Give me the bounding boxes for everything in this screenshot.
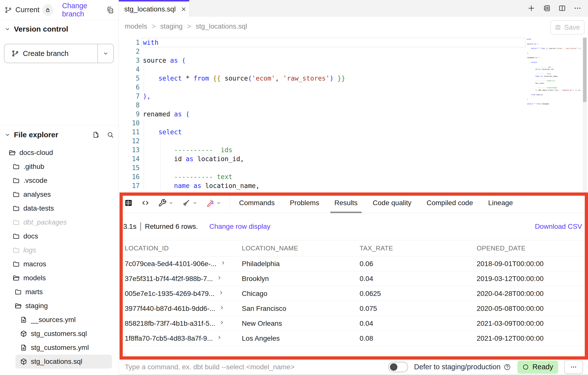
file-tree-item-dbt-packages[interactable]: dbt_packages xyxy=(0,215,119,229)
panel-tab-results[interactable]: Results xyxy=(334,193,357,213)
create-branch-dropdown[interactable] xyxy=(98,44,113,63)
table-row[interactable]: 37e5f311-b7f4-4f2f-988b-7...Brooklyn0.04… xyxy=(119,271,588,286)
cell-location-name: Philadelphia xyxy=(240,260,358,268)
status-more-button[interactable] xyxy=(564,360,583,374)
build-menu-button[interactable] xyxy=(158,199,173,207)
cell-location-name: San Francisco xyxy=(240,305,358,313)
breadcrumb-staging[interactable]: staging xyxy=(160,22,183,30)
file-tree-item-docs-cloud[interactable]: docs-cloud xyxy=(0,146,119,160)
table-row[interactable]: 1f8ffa70-7cb5-4d83-8a7f-9...Los Angeles0… xyxy=(119,331,588,346)
panel-tab-lineage[interactable]: Lineage xyxy=(488,193,513,213)
copy-icon[interactable] xyxy=(106,6,114,14)
folder-icon xyxy=(12,246,20,254)
code-line[interactable] xyxy=(143,163,345,172)
code-line[interactable]: renamed as ( xyxy=(143,110,345,119)
ai-assist-menu-button[interactable] xyxy=(206,199,221,207)
panel-tab-commands[interactable]: Commands xyxy=(239,193,275,213)
code-line[interactable]: select xyxy=(143,128,345,137)
expand-cell-icon[interactable] xyxy=(217,335,222,340)
code-line[interactable]: with xyxy=(143,38,345,47)
new-tab-icon[interactable] xyxy=(527,4,535,12)
create-branch-button[interactable]: Create branch xyxy=(4,44,114,63)
change-row-display-link[interactable]: Change row display xyxy=(209,223,270,231)
code-line[interactable]: name as location_name, xyxy=(143,181,345,190)
file-tree-item-staging[interactable]: staging xyxy=(0,299,119,313)
search-icon[interactable] xyxy=(107,131,114,139)
panel-tab-compiled-code[interactable]: Compiled code xyxy=(426,193,473,213)
file-tree-item-stg-customers-sql[interactable]: stg_customers.sql xyxy=(0,327,119,341)
folder-icon xyxy=(12,191,20,198)
breadcrumb-models[interactable]: models xyxy=(125,22,147,30)
file-tree-item-analyses[interactable]: analyses xyxy=(0,188,119,201)
create-branch-main[interactable]: Create branch xyxy=(4,44,97,63)
file-tree-item-docs[interactable]: docs xyxy=(0,229,119,243)
split-panel-icon[interactable] xyxy=(558,4,566,12)
code-line[interactable]: id as location_id, xyxy=(143,154,345,163)
line-number: 4 xyxy=(119,65,140,74)
code-line[interactable]: source as ( xyxy=(143,56,345,65)
expand-cell-icon[interactable] xyxy=(219,305,225,310)
expand-cell-icon[interactable] xyxy=(220,260,226,266)
file-explorer-section-header[interactable]: File explorer xyxy=(4,129,114,140)
expand-cell-icon[interactable] xyxy=(217,275,222,281)
cell-tax-rate: 0.08 xyxy=(358,334,475,342)
table-row[interactable]: 3977f440-b87d-461b-9dd6-...San Francisco… xyxy=(119,301,588,316)
expand-cell-icon[interactable] xyxy=(218,290,224,295)
help-icon[interactable] xyxy=(504,363,511,371)
results-table-header: LOCATION_IDLOCATION_NAMETAX_RATEOPENED_D… xyxy=(119,240,588,256)
table-row[interactable]: 7c079cea-5ed4-4101-906e-...Philadelphia0… xyxy=(119,256,588,271)
code-line[interactable] xyxy=(143,101,345,110)
editor-scrollbar-thumb[interactable] xyxy=(583,38,587,102)
save-button[interactable]: Save xyxy=(550,20,585,35)
file-tree-item-stg-locations-sql[interactable]: stg_locations.sql xyxy=(15,355,112,369)
expand-cell-icon[interactable] xyxy=(219,320,225,325)
cell-tax-rate: 0.06 xyxy=(358,260,475,268)
version-control-section-header[interactable]: Version control xyxy=(4,25,68,33)
file-tree-label: .github xyxy=(23,163,44,171)
code-line[interactable]: select * from {{ source('ecom', 'raw_sto… xyxy=(143,74,345,83)
file-tree-item--github[interactable]: .github xyxy=(0,160,119,174)
file-tree-label: macros xyxy=(23,260,46,268)
tab-stg-locations-sql[interactable]: stg_locations.sql xyxy=(119,0,189,17)
new-file-icon[interactable] xyxy=(92,131,100,139)
code-line[interactable] xyxy=(143,65,345,74)
more-options-icon[interactable] xyxy=(574,4,582,12)
code-line[interactable]: ---------- ids xyxy=(143,145,345,154)
code-line[interactable]: ), xyxy=(143,92,345,101)
command-input[interactable] xyxy=(125,363,373,371)
code-line[interactable] xyxy=(143,137,345,145)
file-tree-item-marts[interactable]: marts xyxy=(0,285,119,299)
table-row[interactable]: 005e7e1c-1935-4269-b479...Chicago0.06252… xyxy=(119,286,588,301)
code-line[interactable]: ---------- text xyxy=(143,172,345,181)
change-branch-link[interactable]: Change branch xyxy=(62,2,106,18)
file-tree-item-models[interactable]: models xyxy=(0,271,119,285)
code-line[interactable] xyxy=(143,83,345,92)
code-line[interactable] xyxy=(143,47,345,56)
defer-toggle[interactable] xyxy=(388,362,408,372)
file-tree-item-stg-customers-yml[interactable]: stg_customers.yml xyxy=(0,341,119,355)
panel-tab-problems[interactable]: Problems xyxy=(290,193,319,213)
cell-tax-rate: 0.075 xyxy=(358,305,475,313)
table-row[interactable]: 858218fb-73f7-4b1b-a31f-5...New Orleans0… xyxy=(119,316,588,331)
code-line[interactable] xyxy=(143,119,345,128)
download-csv-link[interactable]: Download CSV xyxy=(535,223,582,231)
file-tree-item-logs[interactable]: logs xyxy=(0,243,119,257)
code-view-button[interactable] xyxy=(141,199,150,207)
format-menu-button[interactable] xyxy=(182,199,197,207)
file-doc-icon xyxy=(20,316,27,324)
notebook-panel-icon[interactable] xyxy=(543,4,551,12)
line-number: 12 xyxy=(119,137,140,145)
close-icon[interactable] xyxy=(181,6,187,12)
magic-pen-icon xyxy=(206,199,214,207)
cell-location-name: Los Angeles xyxy=(240,334,358,342)
minimap[interactable]: with source as ( select * from {{ source… xyxy=(527,38,581,106)
file-tree-item-data-tests[interactable]: data-tests xyxy=(0,201,119,215)
file-tree-item--sources-yml[interactable]: __sources.yml xyxy=(0,313,119,327)
code-editor[interactable]: 1234567891011121314151617 with source as… xyxy=(119,37,588,193)
table-view-button[interactable] xyxy=(124,199,133,207)
file-tree-item--vscode[interactable]: .vscode xyxy=(0,174,119,188)
panel-tab-code-quality[interactable]: Code quality xyxy=(373,193,412,213)
file-tree-item-macros[interactable]: macros xyxy=(0,257,119,271)
code-lines[interactable]: with source as ( select * from {{ source… xyxy=(143,38,345,190)
breadcrumb-file[interactable]: stg_locations.sql xyxy=(196,22,247,30)
